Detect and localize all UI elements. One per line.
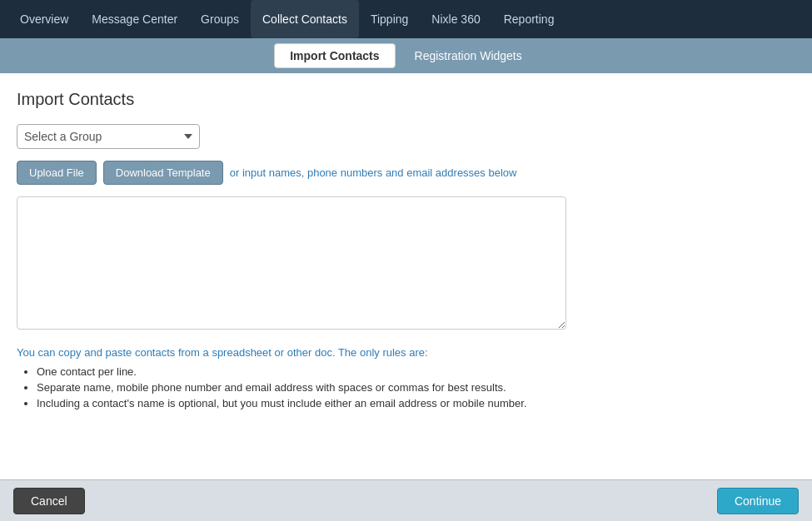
nav-item-collect-contacts[interactable]: Collect Contacts: [251, 0, 359, 38]
nav-item-groups[interactable]: Groups: [189, 0, 251, 38]
upload-file-button[interactable]: Upload File: [17, 161, 97, 185]
main-content: Import Contacts Select a Group Upload Fi…: [0, 73, 812, 479]
nav-item-reporting[interactable]: Reporting: [492, 0, 566, 38]
contacts-textarea[interactable]: [17, 196, 566, 330]
continue-button[interactable]: Continue: [717, 488, 799, 514]
sub-navigation: Import Contacts Registration Widgets: [0, 38, 812, 73]
info-rule-3: Including a contact's name is optional, …: [37, 397, 795, 409]
nav-item-tipping[interactable]: Tipping: [359, 0, 420, 38]
group-select[interactable]: Select a Group: [17, 124, 200, 149]
nav-item-message-center[interactable]: Message Center: [80, 0, 189, 38]
download-template-button[interactable]: Download Template: [103, 161, 223, 185]
nav-item-nixle360[interactable]: Nixle 360: [420, 0, 491, 38]
tab-registration-widgets[interactable]: Registration Widgets: [399, 43, 538, 68]
nav-item-overview[interactable]: Overview: [8, 0, 80, 38]
tab-import-contacts[interactable]: Import Contacts: [274, 43, 395, 68]
footer-bar: Cancel Continue: [0, 479, 812, 521]
top-navigation: Overview Message Center Groups Collect C…: [0, 0, 812, 38]
info-intro-text: You can copy and paste contacts from a s…: [17, 346, 795, 359]
cancel-button[interactable]: Cancel: [13, 488, 85, 514]
group-select-wrapper: Select a Group: [17, 124, 795, 149]
info-rule-2: Separate name, mobile phone number and e…: [37, 381, 795, 394]
info-rules-list: One contact per line. Separate name, mob…: [17, 365, 795, 409]
action-buttons-row: Upload File Download Template or input n…: [17, 161, 795, 185]
info-section: You can copy and paste contacts from a s…: [17, 346, 795, 409]
page-title: Import Contacts: [17, 90, 795, 109]
info-rule-1: One contact per line.: [37, 365, 795, 378]
or-text: or input names, phone numbers and email …: [230, 166, 517, 179]
